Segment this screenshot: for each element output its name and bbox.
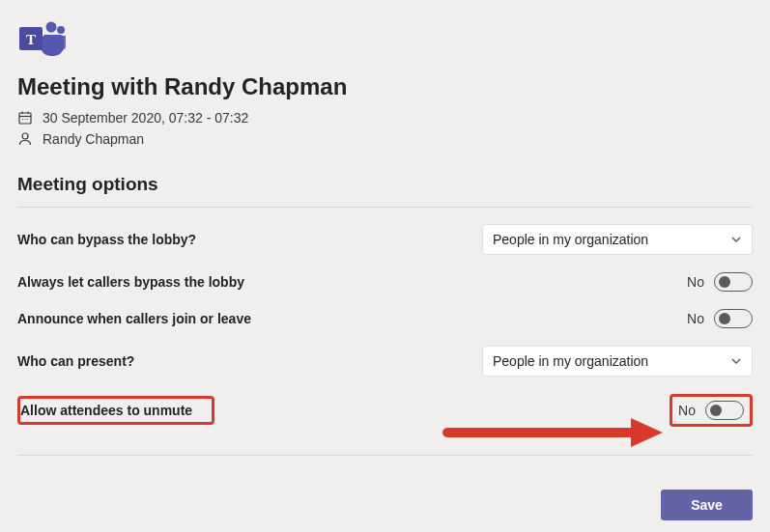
section-title: Meeting options	[17, 174, 753, 195]
person-icon	[17, 131, 33, 147]
highlight-annotation: No	[670, 394, 753, 427]
unmute-toggle[interactable]	[705, 401, 744, 420]
svg-point-8	[22, 119, 23, 120]
svg-text:T: T	[26, 32, 36, 47]
svg-point-1	[57, 26, 65, 34]
option-unmute: Allow attendees to unmute No	[17, 385, 753, 435]
option-bypass-lobby: Who can bypass the lobby? People in my o…	[17, 215, 753, 264]
highlight-annotation: Allow attendees to unmute	[17, 396, 214, 425]
toggle-value: No	[687, 274, 704, 290]
chevron-down-icon	[730, 234, 742, 245]
svg-point-9	[24, 119, 25, 120]
meeting-datetime: 30 September 2020, 07:32 - 07:32	[43, 110, 248, 126]
toggle-value: No	[687, 311, 704, 326]
save-button[interactable]: Save	[661, 490, 753, 520]
svg-rect-4	[19, 113, 31, 124]
option-presenter: Who can present? People in my organizati…	[17, 337, 753, 385]
presenter-dropdown[interactable]: People in my organization	[482, 346, 753, 377]
callers-bypass-toggle[interactable]	[714, 272, 753, 292]
chevron-down-icon	[730, 355, 742, 367]
meeting-organizer: Randy Chapman	[43, 131, 144, 147]
meeting-datetime-row: 30 September 2020, 07:32 - 07:32	[17, 110, 753, 126]
announce-toggle[interactable]	[714, 309, 753, 328]
option-label: Always let callers bypass the lobby	[17, 274, 244, 290]
option-label: Who can present?	[17, 353, 134, 369]
divider	[17, 207, 753, 208]
calendar-icon	[17, 110, 33, 126]
bypass-lobby-dropdown[interactable]: People in my organization	[482, 224, 753, 255]
meeting-title: Meeting with Randy Chapman	[17, 73, 753, 100]
option-label: Allow attendees to unmute	[20, 403, 204, 418]
toggle-value: No	[678, 403, 696, 418]
option-label: Who can bypass the lobby?	[17, 232, 196, 247]
option-announce: Announce when callers join or leave No	[17, 300, 753, 337]
dropdown-value: People in my organization	[493, 232, 648, 247]
dropdown-value: People in my organization	[493, 353, 648, 369]
svg-point-10	[27, 119, 28, 120]
svg-point-0	[46, 22, 57, 33]
divider	[17, 455, 753, 456]
option-callers-bypass: Always let callers bypass the lobby No	[17, 264, 753, 300]
svg-point-11	[22, 133, 28, 139]
teams-logo-icon: T	[17, 17, 66, 56]
option-label: Announce when callers join or leave	[17, 311, 251, 326]
meeting-organizer-row: Randy Chapman	[17, 131, 753, 147]
